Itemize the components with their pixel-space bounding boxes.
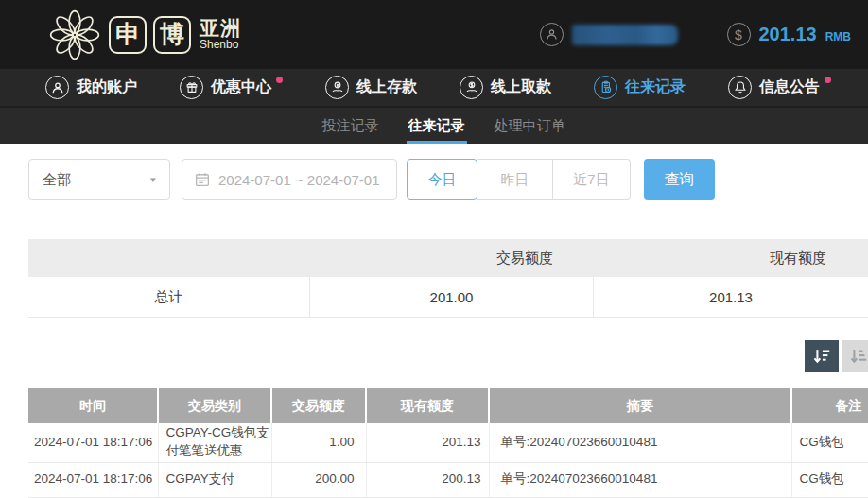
cell-amount: 200.00 — [271, 462, 366, 497]
col-header-time: 时间 — [28, 388, 158, 423]
sub-tabbar: 投注记录 往来记录 处理中订单 — [0, 106, 868, 144]
date-range-input[interactable]: 2024-07-01 ~ 2024-07-01 — [182, 159, 397, 200]
notification-dot — [276, 77, 283, 83]
yesterday-button[interactable]: 昨日 — [477, 159, 553, 200]
col-header-remark: 备注 — [791, 388, 868, 423]
withdraw-icon — [460, 76, 483, 99]
main-nav: 我的账户 优惠中心 线上存款 — [0, 69, 868, 106]
nav-item-my-account[interactable]: 我的账户 — [45, 76, 137, 99]
table-row: 2024-07-01 18:17:06 CGPAY-CG钱包支付笔笔送优惠 1.… — [28, 423, 868, 462]
cell-amount: 1.00 — [271, 423, 366, 462]
summary-total-label: 总计 — [28, 288, 309, 306]
summary-total-row: 总计 201.00 201.13 — [28, 277, 868, 318]
summary-total-transaction: 201.00 — [309, 277, 593, 317]
nav-item-withdraw[interactable]: 线上取款 — [460, 76, 551, 99]
nav-label: 优惠中心 — [211, 77, 271, 97]
balance-amount: 201.13 — [759, 24, 817, 45]
col-header-type: 交易类别 — [158, 388, 271, 423]
records-table: 时间 交易类别 交易额度 现有额度 摘要 备注 2024-07-01 18:17… — [28, 388, 868, 498]
brand-region: 亚洲 — [200, 18, 241, 39]
nav-label: 线上取款 — [491, 77, 551, 97]
tab-processing-orders[interactable]: 处理中订单 — [493, 108, 567, 144]
cell-type: CGPAY支付 — [158, 462, 271, 497]
summary-header-row: 交易额度 现有额度 — [28, 239, 868, 277]
nav-label: 线上存款 — [356, 77, 417, 97]
bell-icon — [728, 76, 752, 99]
deposit-icon — [325, 76, 349, 99]
nav-label: 往来记录 — [625, 77, 686, 97]
sort-descending-icon — [811, 346, 832, 367]
top-header: 申 博 亚洲 Shenbo $ 201.13 RMB — [0, 0, 868, 69]
flower-logo-icon — [47, 8, 102, 62]
last7days-button[interactable]: 近7日 — [553, 159, 631, 200]
type-select-value: 全部 — [43, 171, 71, 189]
brand-char-2: 博 — [153, 16, 191, 54]
date-range-value: 2024-07-01 ~ 2024-07-01 — [218, 172, 380, 188]
table-row: 2024-07-01 18:17:06 CGPAY支付 200.00 200.1… — [28, 462, 868, 497]
cell-remark: CG钱包 — [791, 462, 868, 497]
gift-icon — [180, 76, 203, 99]
cell-remark: CG钱包 — [791, 423, 868, 462]
nav-label: 信息公告 — [759, 77, 820, 97]
col-header-summary: 摘要 — [489, 388, 791, 423]
cell-balance: 201.13 — [366, 423, 489, 462]
calendar-icon — [194, 171, 211, 188]
cell-time: 2024-07-01 18:17:06 — [28, 462, 158, 497]
brand-char-1: 申 — [109, 16, 147, 54]
notification-dot — [825, 77, 831, 83]
filter-row: 全部 ▼ 2024-07-01 ~ 2024-07-01 今日 昨日 近7日 查… — [28, 159, 868, 200]
sort-ascending-button[interactable] — [842, 340, 868, 372]
nav-item-announcements[interactable]: 信息公告 — [728, 76, 831, 99]
col-header-amount: 交易额度 — [271, 388, 366, 423]
balance-currency: RMB — [825, 26, 851, 43]
col-header-balance: 现有额度 — [366, 388, 489, 423]
today-button[interactable]: 今日 — [407, 159, 477, 200]
cell-balance: 200.13 — [366, 462, 489, 497]
summary-header-transaction: 交易额度 — [378, 249, 671, 267]
nav-item-records[interactable]: 往来记录 — [594, 76, 686, 99]
chevron-down-icon: ▼ — [148, 176, 158, 184]
records-header-row: 时间 交易类别 交易额度 现有额度 摘要 备注 — [28, 388, 868, 423]
quick-date-group: 今日 昨日 近7日 — [407, 159, 631, 200]
nav-label: 我的账户 — [77, 77, 137, 97]
summary-header-balance: 现有额度 — [671, 249, 868, 267]
tab-betting-records[interactable]: 投注记录 — [321, 108, 381, 144]
money-icon: $ — [727, 23, 751, 46]
cell-summary: 单号:202407023660010481 — [489, 423, 791, 462]
cell-type: CGPAY-CG钱包支付笔笔送优惠 — [158, 423, 271, 462]
brand-logo[interactable]: 申 博 亚洲 Shenbo — [47, 8, 241, 62]
username-redacted — [572, 25, 678, 45]
tab-transaction-records[interactable]: 往来记录 — [407, 108, 467, 144]
user-avatar-icon — [540, 23, 564, 46]
user-icon — [45, 76, 69, 99]
sort-ascending-icon — [848, 346, 868, 367]
summary-total-balance: 201.13 — [593, 277, 868, 317]
brand-subtitle: Shenbo — [200, 39, 241, 51]
cell-summary: 单号:202407023660010481 — [489, 462, 791, 497]
balance-area[interactable]: $ 201.13 RMB — [727, 23, 852, 46]
query-button[interactable]: 查询 — [644, 159, 715, 200]
sort-controls — [0, 340, 868, 372]
type-select[interactable]: 全部 ▼ — [28, 159, 170, 200]
cell-time: 2024-07-01 18:17:06 — [28, 423, 158, 462]
user-area[interactable] — [540, 23, 678, 46]
nav-item-deposit[interactable]: 线上存款 — [325, 76, 417, 99]
section-divider — [0, 215, 868, 215]
sort-descending-button[interactable] — [805, 340, 839, 372]
records-icon — [594, 76, 617, 99]
summary-table: 交易额度 现有额度 总计 201.00 201.13 — [28, 239, 868, 318]
nav-item-promotions[interactable]: 优惠中心 — [180, 76, 283, 99]
